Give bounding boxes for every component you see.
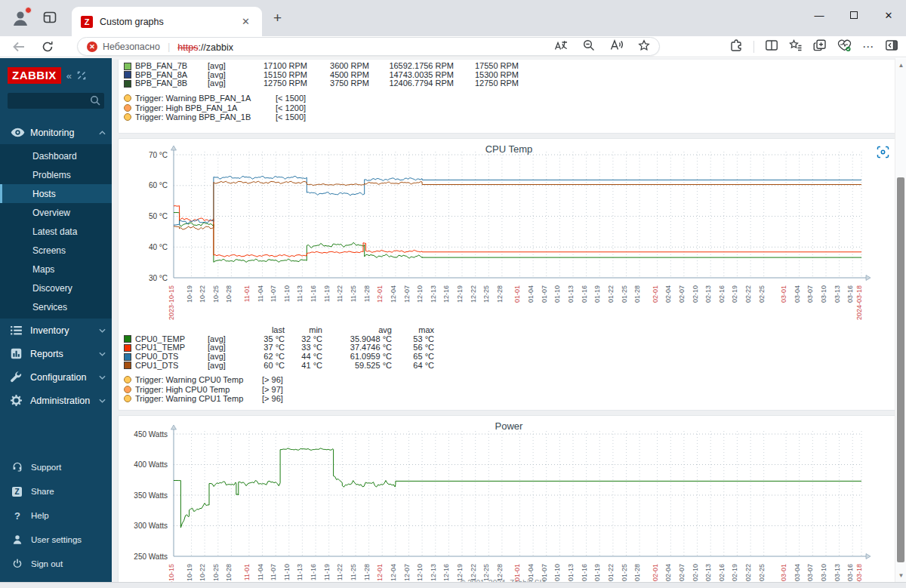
sidebar-item-screens[interactable]: Screens <box>0 241 112 260</box>
series-min: 32 °C <box>285 335 322 343</box>
chart-icon <box>11 348 30 359</box>
svg-text:02-25: 02-25 <box>758 285 766 303</box>
toolbar-divider <box>753 41 754 53</box>
sidebar-item-monitoring[interactable]: Monitoring <box>0 121 112 144</box>
zoom-out-icon[interactable] <box>583 39 595 54</box>
sidebar-item-help[interactable]: ?Help <box>0 503 112 528</box>
series-color-swatch <box>124 353 131 361</box>
sidebar-toggle-icon[interactable] <box>885 38 898 55</box>
security-label[interactable]: Небезопасно <box>103 42 160 52</box>
new-tab-button[interactable]: + <box>273 10 282 26</box>
sidebar-item-administration[interactable]: Administration <box>0 389 112 412</box>
sidebar-item-support[interactable]: Support <box>0 455 112 479</box>
legend-col-header: min <box>285 326 322 334</box>
vertical-scrollbar[interactable]: ▲ ▼ <box>895 58 906 582</box>
address-bar[interactable]: ✕ Небезопасно | https://zabbix <box>77 37 660 56</box>
chart-focus-icon[interactable] <box>875 145 890 160</box>
settings-more-icon[interactable]: ⋯ <box>862 40 874 54</box>
refresh-button[interactable] <box>42 41 54 53</box>
favorites-bar-icon[interactable] <box>789 38 803 55</box>
series-avg: 12406.7794 RPM <box>369 79 454 88</box>
minimize-button[interactable]: — <box>802 0 837 30</box>
svg-text:30 °C: 30 °C <box>149 273 168 282</box>
extensions-icon[interactable] <box>729 38 743 55</box>
series-name: CPU1_TEMP <box>135 343 208 352</box>
series-name: BPB_FAN_8A <box>135 71 208 79</box>
browser-essentials-icon[interactable] <box>837 38 852 55</box>
svg-text:03-13: 03-13 <box>834 285 841 303</box>
horizontal-scrollbar[interactable] <box>0 582 906 588</box>
series-name: BPB_FAN_7B <box>135 62 208 70</box>
translate-icon[interactable] <box>554 40 568 54</box>
search-icon[interactable] <box>90 95 100 109</box>
sidebar-item-services[interactable]: Services <box>0 297 112 316</box>
svg-text:11-10: 11-10 <box>283 564 291 580</box>
legend-row-bpb_fan_7b: BPB_FAN_7B[avg]17100 RPM3600 RPM16592.17… <box>124 62 899 71</box>
svg-text:01-25: 01-25 <box>621 285 628 303</box>
series-name: CPU1_DTS <box>135 362 208 370</box>
profile-avatar[interactable] <box>11 8 30 28</box>
svg-text:02-07: 02-07 <box>678 285 686 303</box>
series-min: 44 °C <box>285 352 322 361</box>
sidebar-item-latest-data[interactable]: Latest data <box>0 222 112 241</box>
headset-icon <box>12 462 31 473</box>
svg-text:12-10: 12-10 <box>416 285 424 303</box>
sidebar-item-label: Configuration <box>30 372 99 383</box>
close-button[interactable]: ✕ <box>871 0 906 30</box>
sidebar-item-dashboard[interactable]: Dashboard <box>0 146 112 165</box>
svg-text:11-25: 11-25 <box>350 564 357 580</box>
tab-close-icon[interactable]: ✕ <box>239 14 253 29</box>
svg-text:12-01: 12-01 <box>376 285 384 303</box>
sidebar-item-reports[interactable]: Reports <box>0 342 112 365</box>
sidebar-item-hosts[interactable]: Hosts <box>0 184 112 203</box>
security-error-icon[interactable]: ✕ <box>87 42 97 52</box>
chevron-down-icon <box>99 328 106 333</box>
sidebar-item-share[interactable]: ZShare <box>0 479 112 503</box>
read-aloud-icon[interactable] <box>610 39 623 54</box>
sidebar-item-overview[interactable]: Overview <box>0 203 112 222</box>
sidebar-item-inventory[interactable]: Inventory <box>0 319 112 342</box>
scroll-up-icon[interactable]: ▲ <box>895 60 906 70</box>
collapse-sidebar-icon[interactable]: « <box>66 70 72 82</box>
wrench-icon <box>11 371 30 383</box>
sidebar-item-label: Help <box>31 511 49 520</box>
power-icon <box>12 559 31 569</box>
series-avg: 16592.1756 RPM <box>369 62 454 70</box>
svg-text:11-19: 11-19 <box>323 564 331 580</box>
legend-header-row: lastminavgmax <box>124 326 899 335</box>
sidebar-item-user-settings[interactable]: User settings <box>0 528 112 552</box>
svg-text:60 °C: 60 °C <box>149 181 168 189</box>
zabbix-logo[interactable]: ZABBIX <box>8 67 61 84</box>
sidebar-item-configuration[interactable]: Configuration <box>0 365 112 389</box>
browser-tab[interactable]: Z Custom graphs ✕ <box>72 7 262 36</box>
sidebar-item-discovery[interactable]: Discovery <box>0 279 112 297</box>
series-color-swatch <box>124 80 131 88</box>
workspaces-icon[interactable] <box>42 10 57 28</box>
chevron-up-icon <box>99 131 106 135</box>
series-function: [avg] <box>208 79 242 88</box>
svg-text:400 Watts: 400 Watts <box>134 460 168 469</box>
hide-sidebar-icon[interactable] <box>77 71 86 80</box>
collections-icon[interactable] <box>813 38 827 55</box>
trigger-severity-icon <box>124 94 131 102</box>
svg-text:12-04: 12-04 <box>390 285 397 303</box>
split-screen-icon[interactable] <box>765 38 778 55</box>
svg-text:02-01: 02-01 <box>652 285 659 303</box>
sidebar-item-sign-out[interactable]: Sign out <box>0 552 112 576</box>
series-max: 53 °C <box>392 335 434 343</box>
scrollbar-thumb[interactable] <box>897 177 904 562</box>
legend-row-cpu0_temp: CPU0_TEMP[avg]35 °C32 °C35.9048 °C53 °C <box>124 335 899 344</box>
favorite-star-icon[interactable] <box>638 39 650 54</box>
svg-text:11-13: 11-13 <box>296 564 304 580</box>
back-button[interactable] <box>12 42 25 52</box>
sidebar-item-label: Sign out <box>31 559 63 568</box>
chevron-down-icon <box>99 399 106 403</box>
sidebar-item-maps[interactable]: Maps <box>0 260 112 279</box>
notification-dot <box>25 7 32 14</box>
maximize-button[interactable] <box>837 0 871 30</box>
series-min: 41 °C <box>285 362 322 370</box>
svg-text:02-22: 02-22 <box>744 285 752 303</box>
svg-text:03-07: 03-07 <box>806 285 814 303</box>
scroll-down-icon[interactable]: ▼ <box>895 570 906 580</box>
sidebar-item-problems[interactable]: Problems <box>0 165 112 184</box>
